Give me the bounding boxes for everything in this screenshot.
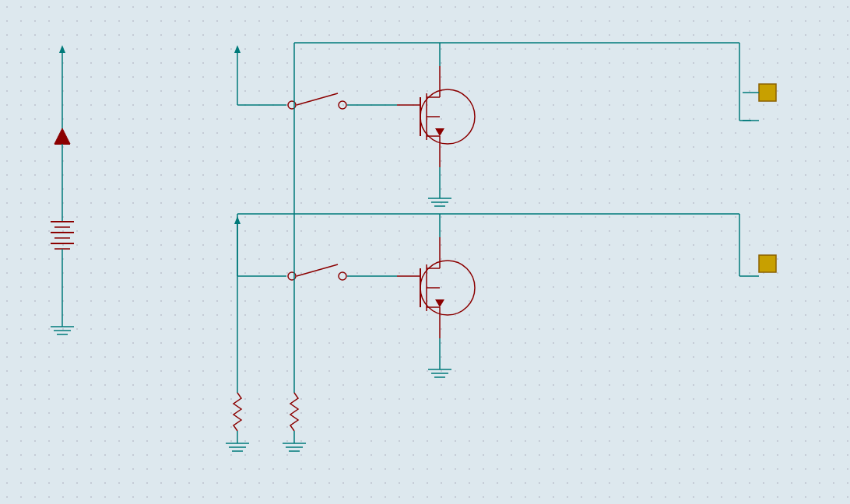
svg-rect-2	[0, 0, 850, 504]
schematic-svg	[0, 0, 850, 504]
svg-rect-59	[759, 84, 776, 101]
svg-rect-64	[759, 255, 776, 272]
